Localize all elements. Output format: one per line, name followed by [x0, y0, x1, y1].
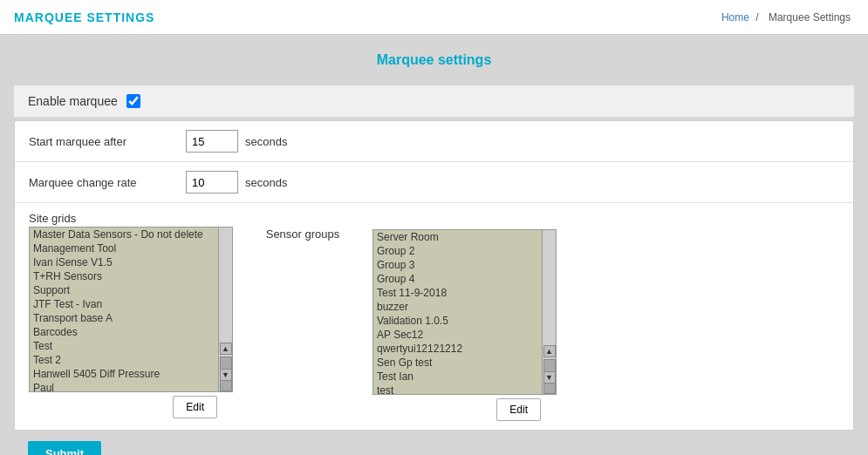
enable-marquee-checkbox[interactable] [126, 94, 140, 108]
site-grids-list[interactable]: Master Data Sensors - Do not deleteManag… [29, 227, 219, 392]
breadcrumb-separator: / [755, 11, 758, 24]
submit-button[interactable]: Submit [28, 441, 101, 455]
list-item[interactable]: AP Sec12 [373, 328, 542, 342]
list-item[interactable]: Group 4 [373, 272, 542, 286]
site-grids-scrollbar: ▲ ▼ [219, 227, 233, 392]
enable-marquee-row: Enable marquee [14, 85, 854, 117]
site-grids-column: Site grids Master Data Sensors - Do not … [29, 212, 233, 418]
list-item[interactable]: Support [30, 283, 218, 297]
page-heading: Marquee settings [14, 44, 854, 73]
list-item[interactable]: Sen Gp test [373, 356, 542, 370]
list-item[interactable]: Transport base A [30, 311, 218, 325]
list-item[interactable]: test [373, 384, 542, 395]
sensor-groups-label: Sensor groups [266, 228, 340, 241]
grids-main-row: Site grids Master Data Sensors - Do not … [15, 203, 853, 430]
list-item[interactable]: Group 3 [373, 258, 542, 272]
list-item[interactable]: buzzer [373, 300, 542, 314]
list-item[interactable]: Hanwell 5405 Diff Pressure [30, 367, 218, 381]
site-grids-list-wrapper: Master Data Sensors - Do not deleteManag… [29, 227, 233, 392]
start-marquee-label: Start marquee after [29, 135, 186, 148]
sensor-groups-column: Server RoomGroup 2Group 3Group 4Test 11-… [372, 212, 557, 421]
scroll-down-arrow[interactable]: ▼ [220, 369, 232, 381]
list-item[interactable]: T+RH Sensors [30, 269, 218, 283]
start-marquee-input[interactable] [186, 130, 238, 153]
list-item[interactable]: Test 2 [30, 353, 218, 367]
list-item[interactable]: Group 2 [373, 244, 542, 258]
list-item[interactable]: Master Data Sensors - Do not delete [30, 228, 218, 241]
sensor-groups-list[interactable]: Server RoomGroup 2Group 3Group 4Test 11-… [372, 229, 543, 395]
change-rate-unit: seconds [245, 176, 287, 189]
list-item[interactable]: Test 11-9-2018 [373, 286, 542, 300]
list-item[interactable]: Server Room [373, 230, 542, 244]
change-rate-input[interactable] [186, 171, 238, 194]
submit-section: Submit [14, 431, 854, 455]
list-item[interactable]: Test Ian [373, 370, 542, 384]
edit-sensor-groups-button[interactable]: Edit [496, 398, 541, 421]
list-item[interactable]: Test [30, 339, 218, 353]
enable-marquee-label: Enable marquee [28, 94, 118, 108]
site-grids-label: Site grids [29, 212, 233, 225]
list-item[interactable]: Barcodes [30, 325, 218, 339]
list-item[interactable]: Ivan iSense V1.5 [30, 255, 218, 269]
breadcrumb-current: Marquee Settings [769, 11, 851, 24]
sensor-groups-list-wrapper: Server RoomGroup 2Group 3Group 4Test 11-… [372, 229, 557, 395]
sensor-scroll-down-arrow[interactable]: ▼ [543, 371, 556, 384]
edit-site-grids-button[interactable]: Edit [173, 396, 217, 418]
list-item[interactable]: Validation 1.0.5 [373, 314, 542, 328]
list-item[interactable]: Management Tool [30, 241, 218, 255]
start-marquee-unit: seconds [245, 135, 287, 148]
page-content: Marquee settings Enable marquee Start ma… [0, 35, 868, 455]
list-item[interactable]: JTF Test - Ivan [30, 297, 218, 311]
col-spacer: Sensor groups [233, 212, 372, 241]
change-rate-label: Marquee change rate [29, 176, 186, 189]
change-rate-row: Marquee change rate seconds [15, 162, 853, 203]
top-bar: MARQUEE SETTINGS Home / Marquee Settings [0, 0, 868, 35]
app-title: MARQUEE SETTINGS [14, 10, 154, 24]
start-marquee-row: Start marquee after seconds [15, 121, 853, 162]
sensor-scroll-up-arrow[interactable]: ▲ [543, 345, 556, 357]
list-item[interactable]: Paul [30, 381, 218, 392]
settings-panel: Start marquee after seconds Marquee chan… [14, 120, 854, 431]
list-item[interactable]: qwertyui12121212 [373, 342, 542, 356]
sensor-groups-scrollbar: ▲ ▼ [543, 229, 557, 395]
scroll-up-arrow[interactable]: ▲ [220, 343, 232, 355]
breadcrumb-home[interactable]: Home [721, 11, 749, 24]
breadcrumb: Home / Marquee Settings [721, 11, 854, 24]
